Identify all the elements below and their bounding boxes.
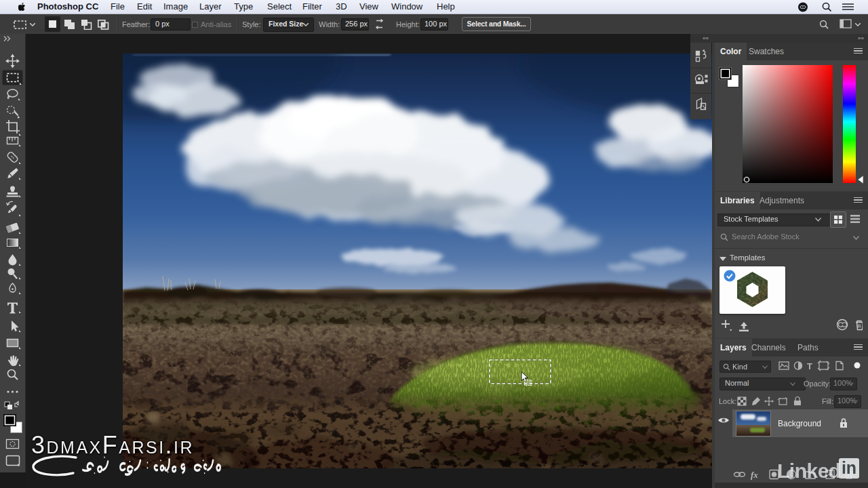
svg-text:fx: fx [751,470,758,480]
svg-text:T: T [807,361,812,371]
